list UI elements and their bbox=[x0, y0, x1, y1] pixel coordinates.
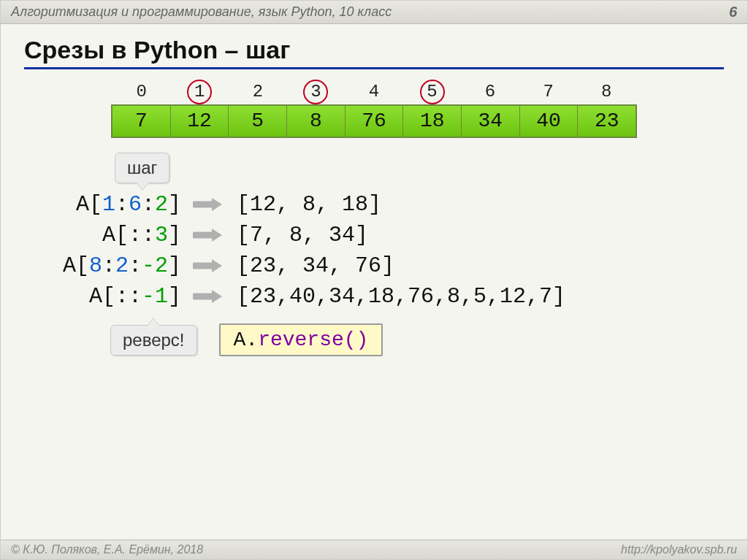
example-lhs: A[::-1] bbox=[31, 284, 181, 309]
code-box: A.reverse() bbox=[219, 323, 383, 356]
code-box-var: A. bbox=[234, 329, 259, 351]
arrow-icon bbox=[193, 258, 224, 274]
code-box-method: reverse() bbox=[258, 329, 368, 351]
example-line: A[8:2:-2][23, 34, 76] bbox=[31, 253, 747, 278]
examples: A[1:6:2][12, 8, 18]A[::3][7, 8, 34]A[8:2… bbox=[31, 192, 747, 309]
callout-reverse-label: реверс! bbox=[123, 330, 185, 350]
array-diagram: 012345678 712587618344023 bbox=[111, 80, 637, 138]
example-line: A[1:6:2][12, 8, 18] bbox=[31, 192, 747, 217]
arrow-icon bbox=[193, 227, 224, 243]
footer-copyright: © К.Ю. Поляков, Е.А. Ерёмин, 2018 bbox=[11, 543, 203, 556]
value-cell: 40 bbox=[520, 106, 579, 137]
value-cell: 7 bbox=[112, 106, 171, 137]
example-rhs: [12, 8, 18] bbox=[237, 192, 381, 217]
value-cell: 18 bbox=[403, 106, 462, 137]
title-rule bbox=[24, 67, 724, 69]
index-cell: 0 bbox=[114, 80, 169, 104]
page-title: Срезы в Python – шаг bbox=[24, 36, 747, 64]
index-cell: 2 bbox=[230, 80, 286, 104]
example-line: A[::3][7, 8, 34] bbox=[31, 223, 747, 248]
callout-step-label: шаг bbox=[127, 158, 157, 177]
page-number: 6 bbox=[729, 4, 737, 20]
value-cell: 12 bbox=[171, 106, 229, 137]
index-cell: 3 bbox=[288, 80, 343, 104]
arrow-icon bbox=[193, 196, 224, 212]
index-cell: 4 bbox=[346, 80, 402, 104]
footer: © К.Ю. Поляков, Е.А. Ерёмин, 2018 http:/… bbox=[1, 540, 747, 559]
example-lhs: A[::3] bbox=[31, 223, 181, 248]
index-cell: 7 bbox=[521, 80, 576, 104]
callout-reverse: реверс! bbox=[110, 325, 197, 356]
reverse-row: реверс! A.reverse() bbox=[110, 323, 747, 356]
example-rhs: [23, 34, 76] bbox=[237, 253, 394, 278]
index-cell: 8 bbox=[579, 80, 634, 104]
example-rhs: [23,40,34,18,76,8,5,12,7] bbox=[237, 284, 565, 309]
value-cell: 8 bbox=[287, 106, 346, 137]
header: Алгоритмизация и программирование, язык … bbox=[1, 1, 747, 24]
example-lhs: A[8:2:-2] bbox=[31, 253, 181, 278]
arrow-icon bbox=[193, 288, 224, 304]
value-cell: 5 bbox=[229, 106, 287, 137]
index-cell: 5 bbox=[405, 80, 460, 104]
example-line: A[::-1][23,40,34,18,76,8,5,12,7] bbox=[31, 284, 747, 309]
value-cell: 76 bbox=[346, 106, 404, 137]
index-cell: 1 bbox=[172, 80, 227, 104]
example-lhs: A[1:6:2] bbox=[31, 192, 181, 217]
header-title: Алгоритмизация и программирование, язык … bbox=[11, 4, 392, 20]
footer-url: http://kpolyakov.spb.ru bbox=[621, 543, 737, 556]
index-cell: 6 bbox=[462, 80, 518, 104]
callout-step: шаг bbox=[115, 153, 169, 183]
example-rhs: [7, 8, 34] bbox=[237, 223, 368, 248]
value-cell: 23 bbox=[578, 106, 636, 137]
value-cell: 34 bbox=[462, 106, 520, 137]
